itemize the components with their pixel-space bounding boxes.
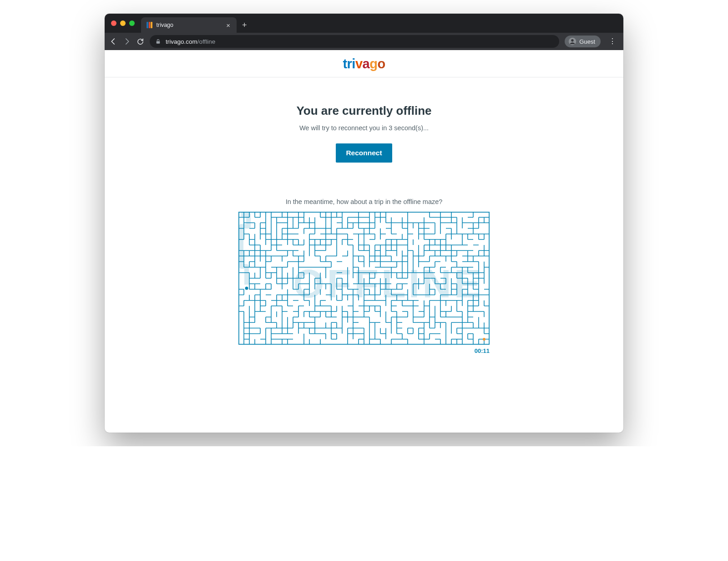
lock-icon [155,39,161,45]
svg-rect-0 [157,41,160,43]
window-controls [108,14,141,33]
svg-point-2 [571,39,574,41]
close-tab-icon[interactable]: × [226,22,230,29]
minimize-window-icon[interactable] [120,20,126,26]
browser-toolbar: trivago.com/offline Guest ⋮ [105,33,623,50]
offline-subtext: We will try to reconnect you in 3 second… [299,124,429,132]
offline-content: You are currently offline We will try to… [105,77,623,354]
maze-prompt: In the meantime, how about a trip in the… [286,198,443,205]
favicon-icon [147,22,153,28]
url-text: trivago.com/offline [166,38,215,45]
maze-container: OFFLINE 00:11 [238,212,490,354]
address-bar[interactable]: trivago.com/offline [150,35,559,48]
tab-strip: trivago × + [105,14,623,33]
tab-title: trivago [157,22,174,28]
reconnect-button[interactable]: Reconnect [336,143,392,163]
page-content: trivago You are currently offline We wil… [105,50,623,433]
profile-badge[interactable]: Guest [565,36,601,47]
back-icon[interactable] [109,37,117,46]
maze-player-icon [245,287,248,290]
close-window-icon[interactable] [111,20,116,26]
trivago-logo: trivago [343,56,385,71]
maze-goal-icon [483,338,485,341]
profile-label: Guest [579,38,595,45]
maze-timer: 00:11 [238,347,490,354]
menu-icon[interactable]: ⋮ [606,38,619,45]
forward-icon[interactable] [123,37,131,46]
browser-window: trivago × + trivago.com/offline Guest ⋮ [105,14,623,433]
offline-heading: You are currently offline [296,104,431,118]
person-icon [568,37,576,46]
maximize-window-icon[interactable] [129,20,135,26]
new-tab-button[interactable]: + [237,17,253,33]
reload-icon[interactable] [136,38,144,46]
browser-tab[interactable]: trivago × [141,17,237,33]
maze-game[interactable]: OFFLINE [238,212,490,345]
brand-header: trivago [105,50,623,77]
